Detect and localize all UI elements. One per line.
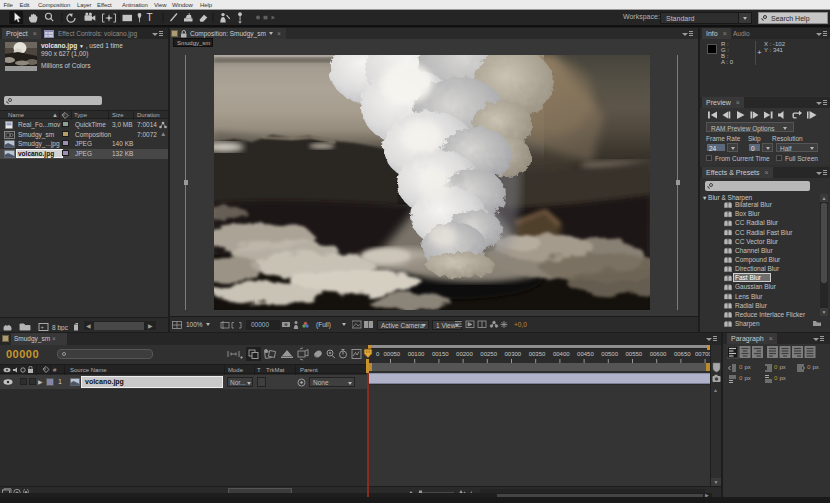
svg-text:+: + <box>41 324 45 330</box>
svg-text:T: T <box>147 12 153 23</box>
svg-text:8 bpc: 8 bpc <box>52 324 69 332</box>
